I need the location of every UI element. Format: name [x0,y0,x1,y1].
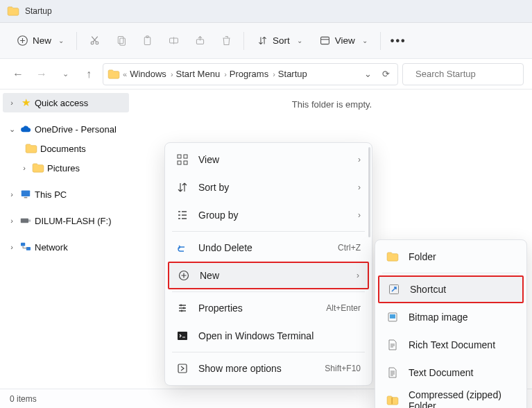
context-menu: View › Sort by › Group by › Undo Delete … [164,142,372,386]
star-icon: ★ [19,96,32,109]
crumb-startmenu[interactable]: Start Menu› [176,69,227,79]
sidebar-item-onedrive[interactable]: ⌄ OneDrive - Personal [3,119,129,139]
search-input[interactable] [415,69,532,79]
svg-point-24 [181,310,183,312]
back-button[interactable]: ← [8,65,28,84]
sidebar-item-pictures[interactable]: › Pictures [3,158,129,178]
recent-button[interactable]: ⌄ [55,65,75,84]
menu-new[interactable]: New › [168,262,369,289]
cloud-icon [19,123,32,135]
sidebar-item-drive[interactable]: › DILUM-FLASH (F:) [3,211,129,230]
svg-point-2 [95,42,98,44]
folder-icon [7,6,19,16]
submenu-shortcut[interactable]: Shortcut [378,275,524,303]
delete-button[interactable] [214,29,238,53]
menu-view[interactable]: View › [168,146,369,173]
svg-rect-9 [320,37,329,44]
new-button[interactable]: New ⌄ [10,29,71,53]
svg-rect-18 [184,155,187,158]
plus-circle-icon [17,35,28,46]
history-dropdown[interactable]: ⌄ [360,69,375,79]
menu-show-more[interactable]: Show more options Shift+F10 [168,355,369,382]
search-box[interactable] [402,63,524,85]
menu-terminal[interactable]: Open in Windows Terminal [168,322,369,350]
navigation-pane: › ★ Quick access ⌄ OneDrive - Personal D… [0,90,132,389]
chevron-right-icon: › [7,216,17,225]
crumb-programs[interactable]: Programs› [230,69,275,79]
separator [382,273,520,273]
separator [172,352,365,352]
plus-circle-icon [178,269,190,282]
svg-rect-29 [390,314,395,318]
svg-rect-20 [184,161,187,164]
up-button[interactable]: ↑ [79,65,98,84]
chevron-right-icon: › [358,182,361,192]
grid-icon [176,153,189,166]
crumb-startup[interactable]: Startup [278,69,307,79]
more-button[interactable]: ••• [386,29,411,53]
svg-rect-19 [178,161,181,164]
chevron-right-icon: › [7,190,17,198]
item-count: 0 items [10,394,37,404]
clipboard-icon [141,35,153,46]
submenu-rtf[interactable]: Rich Text Document [378,331,524,359]
svg-rect-17 [178,155,181,158]
nav-bar: ← → ⌄ ↑ « Windows› Start Menu› Programs›… [0,59,532,90]
document-icon [386,339,399,351]
menu-group-by[interactable]: Group by › [168,201,369,229]
trash-icon [221,35,232,46]
image-icon [386,311,399,323]
view-button[interactable]: View ⌄ [312,29,375,53]
separator [243,32,244,50]
chevron-right-icon: › [357,271,359,280]
menu-properties[interactable]: Properties Alt+Enter [168,294,369,322]
submenu-bitmap[interactable]: Bitmap image [378,303,524,331]
network-icon [19,241,32,253]
sidebar-item-network[interactable]: › Network [3,237,129,257]
folder-icon [108,69,120,79]
properties-icon [176,302,189,314]
rename-button[interactable] [162,29,185,53]
paste-button[interactable] [135,29,159,53]
sort-icon [257,35,268,46]
cut-button[interactable] [83,29,106,53]
submenu-txt[interactable]: Text Document [378,359,524,386]
refresh-button[interactable]: ⟳ [378,69,393,79]
share-icon [194,35,206,46]
svg-rect-3 [118,37,123,44]
separator [380,32,381,50]
share-button[interactable] [188,29,212,53]
chevron-down-icon: ⌄ [297,37,302,44]
svg-point-22 [180,305,182,307]
svg-rect-13 [21,219,28,223]
list-icon [176,209,189,221]
svg-point-23 [183,307,185,309]
sidebar-item-quick-access[interactable]: › ★ Quick access [3,93,129,112]
chevron-down-icon: ⌄ [362,37,368,44]
folder-icon [32,162,44,174]
chevron-right-icon: › [7,243,17,251]
rename-icon [168,35,180,46]
address-bar[interactable]: « Windows› Start Menu› Programs› Startup… [103,63,398,85]
layout-icon [319,35,331,46]
undo-icon [176,241,189,254]
sidebar-item-this-pc[interactable]: › This PC [3,185,129,204]
svg-point-1 [91,42,94,44]
sidebar-item-documents[interactable]: Documents [3,139,129,158]
document-icon [386,366,399,379]
usb-drive-icon [19,214,32,227]
folder-icon [386,250,399,263]
chevron-right-icon: › [7,99,17,107]
menu-sort-by[interactable]: Sort by › [168,173,369,201]
copy-button[interactable] [109,29,132,53]
svg-rect-26 [178,364,187,373]
sort-button[interactable]: Sort ⌄ [250,29,309,53]
crumb-windows[interactable]: Windows› [130,69,173,79]
forward-button[interactable]: → [32,65,51,84]
chevron-right-icon: › [358,155,361,164]
submenu-zip[interactable]: Compressed (zipped) Folder [378,386,524,408]
new-submenu: Folder Shortcut Bitmap image Rich Text D… [375,239,527,408]
scissors-icon [89,35,101,46]
menu-undo[interactable]: Undo Delete Ctrl+Z [168,234,369,262]
submenu-folder[interactable]: Folder [378,243,524,271]
